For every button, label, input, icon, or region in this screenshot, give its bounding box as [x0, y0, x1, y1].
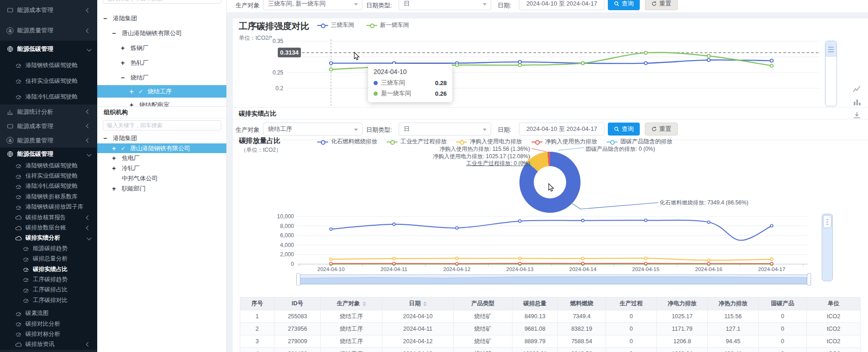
sidebar-item-label: 港陆钢铁碳排放因子库 — [25, 203, 83, 211]
table-header-3[interactable]: 生产对象 — [321, 297, 382, 310]
table-header-4[interactable]: 日期 — [382, 297, 454, 310]
sidebar-item-label: 能源质量管理 — [17, 26, 53, 35]
expander-plus-icon[interactable]: + — [119, 44, 126, 52]
query-button-2[interactable]: 查询 — [608, 123, 640, 136]
sidebar-item[interactable]: 能源碳排趋势 — [0, 243, 97, 253]
date-range-input-2[interactable] — [519, 123, 605, 136]
sidebar-item[interactable]: a能源质量管理 — [0, 133, 97, 148]
org-search-input-2[interactable] — [103, 120, 221, 130]
sidebar-item[interactable]: 港陆钢铁低碳驾驶舱 — [0, 57, 97, 73]
legend-item[interactable]: 固碳产品隐含的排放 — [606, 138, 673, 146]
chevron-down-icon — [483, 3, 487, 6]
date-type-select-2[interactable]: 日 — [399, 123, 491, 136]
datazoom-slider[interactable] — [296, 273, 811, 286]
tree-node[interactable]: −港陆集团 — [97, 133, 226, 143]
sidebar-item[interactable]: 碳排对比分析 — [0, 319, 97, 329]
tree-node[interactable]: +热轧厂 — [97, 56, 226, 70]
sidebar-item[interactable]: 碳排实绩分析 — [0, 233, 97, 243]
datazoom-handle-right[interactable] — [807, 273, 811, 285]
sidebar-item-active[interactable]: 碳排实绩占比 — [0, 264, 97, 274]
table-cell: 127.1 — [708, 323, 759, 335]
sidebar-item[interactable]: 工序碳排趋势 — [0, 274, 97, 284]
sort-icon[interactable] — [362, 302, 366, 306]
expander-minus-icon[interactable]: − — [119, 74, 126, 81]
expander-minus-icon[interactable]: − — [102, 135, 108, 142]
sidebar-item[interactable]: 工序碳排对比 — [0, 295, 97, 305]
sidebar-item[interactable]: 能源成本管理 — [0, 119, 97, 133]
query-button[interactable]: 查询 — [608, 0, 640, 10]
tree-node[interactable]: +职能部门 — [97, 184, 226, 194]
tree-node[interactable]: +焦电厂 — [97, 153, 226, 163]
product-select[interactable]: 三烧车间, 新一烧车间 — [263, 0, 362, 10]
toolbox-line-chart-icon[interactable] — [853, 85, 861, 93]
table-row[interactable]: 3279009烧结工序2024-04-12烧结矿8889.797588.5401… — [240, 335, 861, 348]
legend-marker-icon — [531, 140, 543, 144]
sidebar-item[interactable]: 佳祥实业低碳驾驶舱 — [0, 73, 97, 89]
sidebar-item-label: 港陆钢铁低碳驾驶舱 — [25, 162, 78, 170]
product-select-2[interactable]: 烧结工序 — [263, 123, 362, 136]
toolbox-bar-chart-icon[interactable] — [853, 98, 861, 106]
sidebar-item[interactable]: 碳排放数据台账 — [0, 222, 97, 233]
expander-minus-icon[interactable]: − — [102, 15, 108, 22]
sidebar-item[interactable]: 佳祥实业低碳驾驶舱 — [0, 171, 97, 181]
emissions-line-chart[interactable]: 10,0008,0006,0004,0002,00002024-04-10202… — [227, 210, 868, 273]
date-type-select[interactable]: 日 — [399, 0, 491, 10]
expander-plus-icon[interactable]: + — [128, 88, 135, 95]
table-cell: 0 — [606, 335, 657, 348]
sidebar-item[interactable]: 碳排放核算报告 — [0, 212, 97, 222]
sidebar-item[interactable]: 港陆钢铁碳排放因子库 — [0, 202, 97, 212]
table-row[interactable]: 4281490烧结工序2024-04-13烧结矿10382.819040.560… — [240, 348, 861, 352]
tree-node[interactable]: −唐山港陆钢铁有限公司 — [97, 26, 226, 41]
tree-node[interactable]: +炼钢厂 — [97, 41, 226, 56]
sidebar-item[interactable]: 碳排总量分析 — [0, 254, 97, 264]
intensity-line-chart[interactable]: 0.350.250.2 — [227, 19, 868, 108]
sidebar-item[interactable]: 碳素流图 — [0, 308, 97, 318]
datazoom-handle-left[interactable] — [297, 273, 300, 285]
tree-node[interactable]: +冷轧厂 — [97, 163, 226, 173]
reset-button-2[interactable]: 重置 — [645, 123, 678, 136]
sidebar-item[interactable]: 港陆冷轧低碳驾驶舱 — [0, 89, 97, 105]
expander-plus-icon[interactable]: + — [111, 145, 117, 152]
sidebar-item[interactable]: 港陆钢铁低碳驾驶舱 — [0, 161, 97, 171]
tree-node[interactable]: +✓烧结工序 — [97, 85, 226, 98]
org-search-input[interactable] — [103, 0, 221, 4]
expander-plus-icon[interactable]: + — [128, 101, 135, 106]
legend-item[interactable]: 三烧车间 — [317, 21, 354, 29]
expander-plus-icon[interactable]: + — [111, 185, 117, 192]
sidebar-item[interactable]: 能源成本管理 — [0, 0, 97, 20]
legend-item[interactable]: 净购入使用电力排放 — [456, 138, 522, 146]
vertical-datazoom-share[interactable] — [822, 214, 833, 281]
sidebar-item-label: 能源碳排趋势 — [33, 245, 68, 253]
vertical-datazoom-intensity[interactable] — [825, 41, 837, 106]
toolbox-download-icon[interactable] — [853, 111, 861, 119]
table-row[interactable]: 1255083烧结工序2024-04-10烧结矿8490.137349.4010… — [240, 310, 861, 323]
sidebar-item[interactable]: 港陆冷轧低碳驾驶舱 — [0, 181, 97, 191]
sidebar-item[interactable]: 能源低碳管理 — [0, 41, 97, 57]
legend-item[interactable]: 工业生产过程排放 — [387, 138, 447, 146]
date-range-input[interactable] — [519, 0, 605, 10]
reset-button[interactable]: 重置 — [645, 0, 678, 10]
table-row[interactable]: 2273956烧结工序2024-04-11烧结矿9681.088382.1901… — [240, 323, 861, 335]
legend-item[interactable]: 净购入使用热力排放 — [531, 138, 598, 146]
gauge-icon — [22, 297, 29, 304]
tree-node[interactable]: +✓唐山港陆钢铁有限公司 — [97, 143, 226, 153]
legend-item[interactable]: 新一烧车间 — [366, 21, 409, 29]
expander-plus-icon[interactable]: + — [111, 165, 117, 172]
expander-minus-icon[interactable]: − — [111, 30, 117, 37]
sidebar-item[interactable]: 碳排对标分析 — [0, 329, 97, 339]
sidebar-item[interactable]: 港陆钢铁折标系数库 — [0, 191, 97, 202]
sidebar-item[interactable]: 碳排放资讯 — [0, 340, 97, 350]
legend-item[interactable]: 化石燃料燃烧排放 — [317, 138, 377, 146]
tree-node[interactable]: +烧结配电室 — [97, 98, 226, 106]
sidebar-item[interactable]: 工序碳排占比 — [0, 285, 97, 295]
expander-plus-icon[interactable]: + — [119, 59, 126, 67]
expander-plus-icon[interactable]: + — [111, 154, 117, 162]
tree-node[interactable]: −烧结厂 — [97, 70, 226, 85]
sidebar-item[interactable]: 能源低碳管理 — [0, 148, 97, 161]
sort-icon[interactable] — [423, 302, 427, 306]
tree-node[interactable]: 中邦气体公司 — [97, 173, 226, 184]
tree-node[interactable]: −港陆集团 — [97, 11, 226, 26]
sidebar-item[interactable]: a能源质量管理 — [0, 20, 97, 41]
sidebar-item[interactable]: 能源统计分析 — [0, 105, 97, 119]
table-cell: 烧结矿 — [454, 335, 512, 348]
